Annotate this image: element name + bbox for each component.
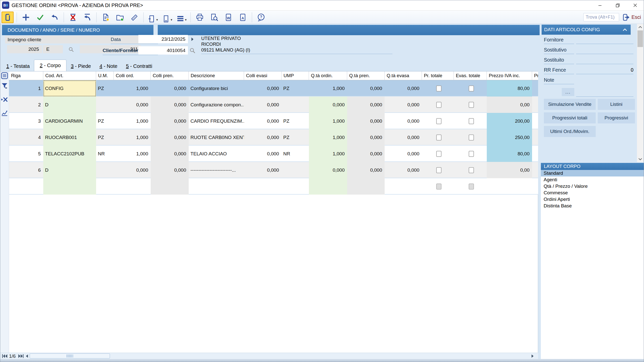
- scroll-left-icon[interactable]: [25, 354, 28, 358]
- progressivi-totali-button[interactable]: Progressivi totali: [544, 112, 596, 123]
- first-page-icon[interactable]: [2, 354, 8, 358]
- ultimi-ord-movim--button[interactable]: Ultimi Ord./Movim.: [544, 126, 596, 137]
- field-input-line[interactable]: [576, 64, 633, 64]
- chart-icon[interactable]: [1, 109, 8, 116]
- simulazione-vendite-button[interactable]: Simulazione Vendite: [544, 99, 596, 110]
- cell-descrizione[interactable]: --------------------------...: [189, 162, 244, 178]
- panel-vertical-scrollbar[interactable]: [637, 24, 643, 162]
- cell-qta_pren[interactable]: 0,000: [347, 146, 385, 162]
- tab-corpo[interactable]: 2 - Corpo: [34, 60, 66, 71]
- document-type-dropdown[interactable]: Impegno cliente ▾: [5, 36, 150, 43]
- cell-pr_totale[interactable]: [422, 97, 454, 113]
- cell-colli_evasi[interactable]: 0,000: [244, 146, 281, 162]
- column-header-cod_art[interactable]: Cod. Art.: [43, 71, 96, 80]
- cell-evas_totale[interactable]: [454, 97, 487, 113]
- cell-riga[interactable]: 4: [9, 129, 43, 146]
- checkbox-evas_totale[interactable]: [469, 151, 474, 157]
- cell-riga[interactable]: 5: [9, 146, 43, 162]
- cell-colli_ord[interactable]: 0,000: [114, 97, 151, 113]
- cell-qta_evasa[interactable]: [385, 178, 422, 195]
- acquire-document-button[interactable]: [114, 12, 126, 23]
- column-header-prezzo_iva[interactable]: Prezzo IVA inc.: [487, 71, 532, 80]
- cell-um[interactable]: PZ: [96, 113, 114, 129]
- cell-evas_totale[interactable]: [454, 113, 487, 129]
- tab-note[interactable]: 4 - Note: [95, 61, 122, 71]
- cell-qta_evasa[interactable]: 0,000: [385, 97, 422, 113]
- cell-pre[interactable]: [532, 178, 538, 195]
- last-page-icon[interactable]: [18, 354, 24, 358]
- column-header-descrizione[interactable]: Descrizione: [189, 71, 244, 80]
- cell-qta_evasa[interactable]: 0,000: [385, 129, 422, 146]
- note-ellipsis-button[interactable]: ...: [562, 88, 574, 96]
- cell-qta_evasa[interactable]: 0,000: [385, 162, 422, 178]
- checkbox-pr_totale[interactable]: [436, 118, 441, 124]
- revert-button[interactable]: [81, 12, 93, 23]
- scroll-up-icon[interactable]: [637, 24, 643, 30]
- cell-qta_pren[interactable]: 0,000: [347, 129, 385, 146]
- cell-qta_pren[interactable]: 0,000: [347, 97, 385, 113]
- cell-qta_pren[interactable]: 0,000: [347, 80, 385, 97]
- cell-cod_art[interactable]: RUOCARB001: [43, 129, 96, 146]
- table-row[interactable]: 3CARDIOGARMINPZ1,0000,000CARDIO FREQUENZ…: [9, 113, 538, 129]
- cell-um[interactable]: [96, 97, 114, 113]
- cell-descrizione[interactable]: Configurazione compon...: [189, 97, 244, 113]
- cell-prezzo_iva[interactable]: 200,00: [487, 113, 532, 129]
- table-row[interactable]: 4RUOCARB001PZ1,0000,000RUOTE CARB0NO XEN…: [9, 129, 538, 146]
- column-header-evas_totale[interactable]: Evas. totale: [454, 71, 487, 80]
- tab-testata[interactable]: 1 - Testata: [2, 61, 34, 71]
- layout-item-ordini-aperti[interactable]: Ordini Aperti: [541, 196, 644, 203]
- cell-evas_totale[interactable]: [454, 80, 487, 97]
- column-header-pr_totale[interactable]: Pr. totale: [422, 71, 454, 80]
- cell-colli_pren[interactable]: [151, 178, 189, 195]
- cell-ump[interactable]: [281, 162, 309, 178]
- checkbox-evas_totale[interactable]: [469, 167, 474, 173]
- table-row[interactable]: [9, 178, 538, 195]
- cell-colli_ord[interactable]: 1,000: [114, 146, 151, 162]
- cell-um[interactable]: [96, 162, 114, 178]
- checkbox-pr_totale[interactable]: [436, 167, 441, 173]
- cell-pr_totale[interactable]: [422, 178, 454, 195]
- minimize-button[interactable]: [591, 0, 609, 11]
- cell-colli_pren[interactable]: 0,000: [151, 129, 189, 146]
- new-record-button[interactable]: [2, 12, 14, 23]
- layout-item-commesse[interactable]: Commesse: [541, 190, 644, 196]
- cell-pr_totale[interactable]: [422, 146, 454, 162]
- column-header-ump[interactable]: UMP: [281, 71, 309, 80]
- cell-qta_pren[interactable]: 0,000: [347, 162, 385, 178]
- cell-pre[interactable]: [532, 113, 538, 129]
- column-header-colli_evasi[interactable]: Colli evasi: [244, 71, 281, 80]
- anno-field[interactable]: 2025: [7, 45, 42, 53]
- export-word-button[interactable]: W: [222, 12, 234, 23]
- table-row[interactable]: 2D0,0000,000Configurazione compon...0,00…: [9, 97, 538, 113]
- cell-descrizione[interactable]: RUOTE CARB0NO XENTIS: [189, 129, 244, 146]
- cell-colli_pren[interactable]: 0,000: [151, 146, 189, 162]
- cell-riga[interactable]: 2: [9, 97, 43, 113]
- column-header-pre[interactable]: Pre: [532, 71, 538, 80]
- help-button[interactable]: ?: [255, 12, 267, 23]
- cell-um[interactable]: NR: [96, 146, 114, 162]
- article-panel-header[interactable]: DATI ARTICOLO CONFIG: [542, 25, 631, 35]
- cell-cod_art[interactable]: CONFIG: [43, 80, 96, 97]
- cell-colli_evasi[interactable]: 0,000: [244, 129, 281, 146]
- cell-qta_ordin[interactable]: 1,000: [309, 129, 347, 146]
- cell-ump[interactable]: [281, 178, 309, 195]
- cell-colli_pren[interactable]: 0,000: [151, 97, 189, 113]
- data-input[interactable]: 23/12/2025: [138, 35, 188, 43]
- cell-pre[interactable]: [532, 80, 538, 97]
- cell-um[interactable]: [96, 178, 114, 195]
- cell-qta_evasa[interactable]: 0,000: [385, 80, 422, 97]
- field-input-line[interactable]: [576, 54, 633, 54]
- filter-icon[interactable]: [1, 82, 8, 89]
- checkbox-evas_totale[interactable]: [469, 134, 474, 141]
- restore-button[interactable]: [609, 0, 626, 11]
- page-header-button[interactable]: ▾: [147, 12, 159, 23]
- cell-cod_art[interactable]: D: [43, 162, 96, 178]
- cell-colli_ord[interactable]: 1,000: [114, 80, 151, 97]
- layout-item-standard[interactable]: Standard: [541, 170, 644, 176]
- checkbox-evas_totale[interactable]: [469, 102, 474, 108]
- tab-contratti[interactable]: 5 - Contratti: [122, 61, 156, 71]
- cliente-fornitore-input[interactable]: 4010054: [138, 46, 188, 55]
- cell-pre[interactable]: [532, 97, 538, 113]
- cell-riga[interactable]: 1: [9, 80, 43, 97]
- cell-riga[interactable]: 3: [9, 113, 43, 129]
